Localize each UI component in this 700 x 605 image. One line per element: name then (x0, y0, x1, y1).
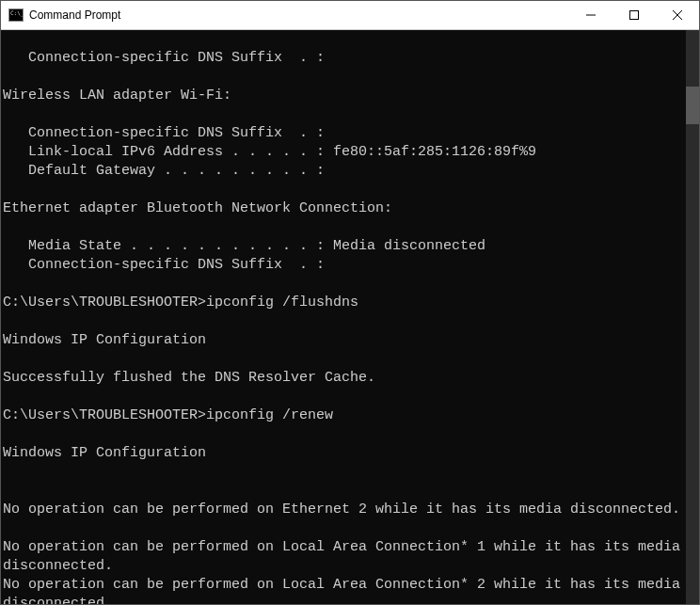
console-line: Wireless LAN adapter Wi-Fi: (3, 87, 684, 105)
console-line: No operation can be performed on Etherne… (3, 501, 684, 519)
window-controls (569, 1, 699, 29)
console-line: Default Gateway . . . . . . . . . : (3, 162, 684, 181)
console-line (3, 388, 684, 406)
console-line (3, 30, 684, 49)
console-line: C:\Users\TROUBLESHOOTER>ipconfig /flushd… (3, 294, 684, 312)
minimize-icon (586, 10, 596, 20)
maximize-button[interactable] (612, 1, 656, 29)
console-line: Successfully flushed the DNS Resolver Ca… (3, 369, 684, 388)
close-button[interactable] (656, 1, 699, 29)
console-line (3, 482, 684, 501)
scrollbar-track[interactable] (686, 30, 699, 604)
console-line: Windows IP Configuration (3, 444, 684, 463)
console-line (3, 105, 684, 124)
console-line (3, 218, 684, 237)
console-line: Connection-specific DNS Suffix . : (3, 124, 684, 143)
window-title: Command Prompt (29, 8, 569, 22)
console-line: No operation can be performed on Local A… (3, 538, 684, 576)
console-line: C:\Users\TROUBLESHOOTER>ipconfig /renew (3, 406, 684, 425)
console-line (3, 425, 684, 444)
console-line (3, 68, 684, 87)
cmd-icon (8, 8, 24, 22)
console-line (3, 463, 684, 482)
svg-rect-1 (630, 11, 639, 20)
console-line: Windows IP Configuration (3, 331, 684, 350)
console-line: Link-local IPv6 Address . . . . . : fe80… (3, 143, 684, 162)
maximize-icon (629, 10, 639, 20)
console-line: Connection-specific DNS Suffix . : (3, 256, 684, 275)
console-line (3, 350, 684, 369)
console-area: Connection-specific DNS Suffix . :Wirele… (1, 30, 699, 604)
console-line: No operation can be performed on Local A… (3, 576, 684, 604)
console-line (3, 312, 684, 331)
console-line: Connection-specific DNS Suffix . : (3, 49, 684, 68)
minimize-button[interactable] (569, 1, 612, 29)
console-line (3, 519, 684, 538)
console-output[interactable]: Connection-specific DNS Suffix . :Wirele… (1, 30, 686, 604)
close-icon (673, 10, 682, 20)
console-line: Ethernet adapter Bluetooth Network Conne… (3, 199, 684, 218)
titlebar[interactable]: Command Prompt (1, 1, 699, 30)
console-line: Media State . . . . . . . . . . . : Medi… (3, 237, 684, 256)
console-line (3, 181, 684, 199)
scrollbar-thumb[interactable] (686, 87, 699, 124)
console-line (3, 275, 684, 294)
